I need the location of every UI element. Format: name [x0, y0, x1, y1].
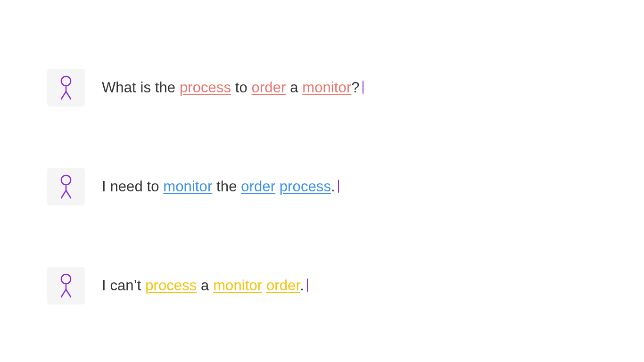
text-plain: to	[231, 79, 251, 96]
svg-line-3	[66, 91, 71, 99]
text-plain: ?	[351, 79, 359, 96]
person-icon	[58, 75, 74, 100]
svg-line-7	[66, 190, 71, 198]
keyword-monitor: monitor	[302, 79, 351, 96]
svg-line-11	[66, 289, 71, 297]
person-icon	[58, 174, 74, 199]
text-cursor	[307, 279, 308, 292]
svg-line-10	[61, 289, 66, 297]
sentence-2: I need to monitor the order process.	[102, 178, 339, 195]
keyword-process: process	[180, 79, 231, 96]
svg-line-2	[61, 91, 66, 99]
text-plain: a	[286, 79, 302, 96]
keyword-process: process	[280, 178, 331, 195]
text-plain	[262, 277, 266, 294]
svg-point-4	[61, 175, 71, 185]
user-avatar	[47, 69, 85, 107]
user-avatar	[47, 267, 85, 304]
sentence-1: What is the process to order a monitor?	[102, 79, 363, 96]
keyword-monitor: monitor	[163, 178, 212, 195]
example-row-3: I can’t process a monitor order.	[47, 267, 566, 304]
svg-point-0	[61, 76, 71, 86]
text-plain	[275, 178, 280, 195]
text-cursor	[363, 81, 363, 94]
text-plain: What is the	[102, 79, 180, 96]
text-plain: .	[331, 178, 335, 195]
example-row-2: I need to monitor the order process.	[47, 168, 566, 206]
example-rows: What is the process to order a monitor? …	[47, 69, 566, 362]
svg-point-8	[61, 274, 71, 284]
text-plain: the	[212, 178, 241, 195]
keyword-monitor: monitor	[213, 277, 262, 294]
keyword-order: order	[241, 178, 275, 195]
text-plain: .	[300, 277, 304, 294]
keyword-process: process	[145, 277, 197, 294]
text-plain: I need to	[102, 178, 163, 195]
keyword-order: order	[266, 277, 300, 294]
example-row-1: What is the process to order a monitor?	[47, 69, 566, 107]
svg-line-6	[61, 190, 66, 198]
person-icon	[58, 273, 74, 298]
text-plain: I can’t	[102, 277, 145, 294]
text-plain: a	[197, 277, 213, 294]
user-avatar	[47, 168, 85, 206]
text-cursor	[338, 180, 339, 193]
sentence-3: I can’t process a monitor order.	[102, 277, 308, 294]
keyword-order: order	[252, 79, 286, 96]
